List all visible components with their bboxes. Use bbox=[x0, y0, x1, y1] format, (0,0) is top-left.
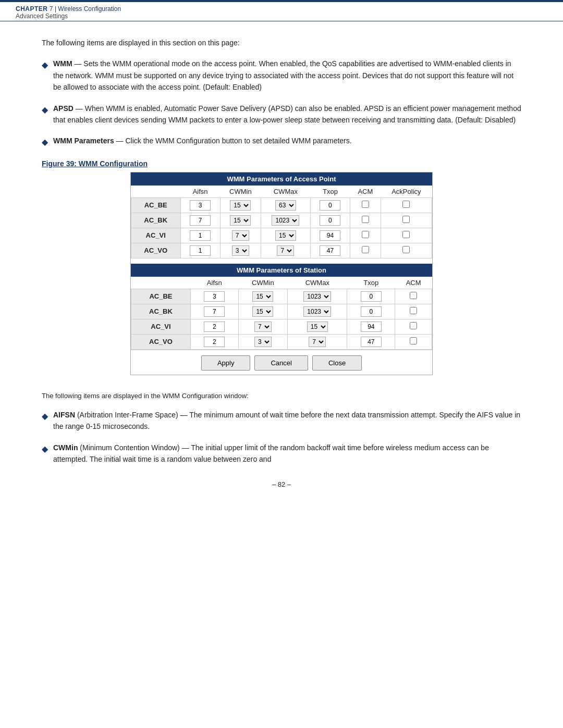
wmm-ap-acm-1[interactable] bbox=[350, 213, 381, 228]
wmm-ap-cwmin-select-3[interactable]: 31 bbox=[232, 245, 249, 256]
wmm-ap-txop-input-3[interactable] bbox=[320, 245, 340, 256]
wmm-ap-cwmin-2[interactable]: 731 bbox=[220, 228, 261, 243]
wmm-ap-cwmax-select-2[interactable]: 1573 bbox=[275, 230, 296, 241]
wmm-sta-acm-checkbox-1[interactable] bbox=[410, 307, 417, 314]
wmm-sta-acm-2[interactable] bbox=[395, 319, 432, 334]
wmm-sta-aifsn-2[interactable] bbox=[190, 319, 238, 334]
wmm-ap-aifsn-1[interactable] bbox=[180, 213, 220, 228]
apply-button[interactable]: Apply bbox=[201, 355, 251, 371]
wmm-ap-ackpolicy-0[interactable] bbox=[381, 198, 432, 213]
wmm-ap-acm-0[interactable] bbox=[350, 198, 381, 213]
wmm-sta-cwmin-2[interactable]: 731 bbox=[238, 319, 288, 334]
wmm-ap-ackpolicy-checkbox-0[interactable] bbox=[402, 201, 410, 208]
wmm-sta-txop-2[interactable] bbox=[347, 319, 395, 334]
wmm-ap-txop-0[interactable] bbox=[310, 198, 350, 213]
wmm-ap-cwmax-select-0[interactable]: 6331157 bbox=[275, 200, 296, 211]
wmm-ap-txop-input-0[interactable] bbox=[320, 200, 340, 211]
wmm-ap-cwmin-0[interactable]: 15731 bbox=[220, 198, 261, 213]
footer-aifsn-term: AIFSN bbox=[53, 411, 75, 419]
wmm-ap-txop-input-2[interactable] bbox=[320, 230, 340, 241]
wmm-sta-txop-1[interactable] bbox=[347, 304, 395, 319]
wmm-ap-acm-checkbox-2[interactable] bbox=[362, 231, 369, 238]
wmm-ap-row-ac-vi: AC_VI7311573 bbox=[131, 228, 432, 243]
wmm-sta-cwmax-0[interactable]: 1023511255127 bbox=[288, 289, 347, 304]
wmm-sta-cwmin-3[interactable]: 31 bbox=[238, 334, 288, 349]
wmm-ap-txop-input-1[interactable] bbox=[320, 215, 340, 226]
chapter-title: Wireless Configuration bbox=[58, 5, 121, 13]
wmm-sta-acm-3[interactable] bbox=[395, 334, 432, 349]
wmm-ap-ackpolicy-checkbox-2[interactable] bbox=[402, 231, 410, 238]
wmm-sta-aifsn-3[interactable] bbox=[190, 334, 238, 349]
footer-cwmin-text: CWMin (Minimum Contention Window) — The … bbox=[53, 442, 521, 465]
wmm-ap-aifsn-input-1[interactable] bbox=[190, 215, 211, 226]
wmm-sta-acm-checkbox-2[interactable] bbox=[410, 322, 417, 329]
wmm-ap-cwmax-select-1[interactable]: 1023511255127 bbox=[272, 215, 299, 226]
wmm-sta-txop-0[interactable] bbox=[347, 289, 395, 304]
wmm-ap-acm-3[interactable] bbox=[350, 243, 381, 258]
wmm-ap-cwmax-1[interactable]: 1023511255127 bbox=[261, 213, 311, 228]
wmm-ap-txop-2[interactable] bbox=[310, 228, 350, 243]
wmm-sta-aifsn-input-2[interactable] bbox=[204, 322, 225, 332]
wmm-sta-table: Aifsn CWMin CWMax Txop ACM AC_BE15731102… bbox=[131, 277, 432, 350]
bullet-wmmparams-dash: — bbox=[116, 137, 126, 145]
wmm-sta-aifsn-0[interactable] bbox=[190, 289, 238, 304]
wmm-ap-cwmin-select-1[interactable]: 15731 bbox=[230, 215, 251, 226]
wmm-sta-aifsn-input-3[interactable] bbox=[204, 337, 225, 347]
wmm-ap-aifsn-input-0[interactable] bbox=[190, 200, 211, 211]
wmm-sta-cwmax-3[interactable]: 731 bbox=[288, 334, 347, 349]
wmm-sta-txop-3[interactable] bbox=[347, 334, 395, 349]
wmm-sta-txop-input-1[interactable] bbox=[361, 306, 382, 317]
wmm-sta-cwmax-select-2[interactable]: 1573 bbox=[307, 322, 328, 332]
wmm-ap-aifsn-0[interactable] bbox=[180, 198, 220, 213]
wmm-sta-aifsn-input-1[interactable] bbox=[204, 306, 225, 317]
wmm-ap-aifsn-input-3[interactable] bbox=[190, 245, 211, 256]
wmm-ap-ackpolicy-checkbox-3[interactable] bbox=[402, 246, 410, 253]
wmm-sta-cwmax-select-1[interactable]: 1023511255127 bbox=[303, 306, 331, 317]
wmm-sta-aifsn-input-0[interactable] bbox=[204, 291, 225, 302]
wmm-ap-ackpolicy-2[interactable] bbox=[381, 228, 432, 243]
wmm-sta-txop-input-3[interactable] bbox=[361, 337, 382, 347]
cancel-button[interactable]: Cancel bbox=[254, 355, 308, 371]
wmm-ap-ackpolicy-checkbox-1[interactable] bbox=[402, 216, 410, 223]
wmm-ap-cwmax-2[interactable]: 1573 bbox=[261, 228, 311, 243]
wmm-sta-cwmin-select-1[interactable]: 15731 bbox=[252, 306, 273, 317]
wmm-sta-cwmin-select-0[interactable]: 15731 bbox=[252, 291, 273, 302]
wmm-sta-cwmax-select-3[interactable]: 731 bbox=[309, 337, 326, 347]
wmm-ap-aifsn-2[interactable] bbox=[180, 228, 220, 243]
close-button[interactable]: Close bbox=[312, 355, 362, 371]
wmm-sta-cwmax-2[interactable]: 1573 bbox=[288, 319, 347, 334]
wmm-sta-cwmin-1[interactable]: 15731 bbox=[238, 304, 288, 319]
wmm-sta-txop-input-0[interactable] bbox=[361, 291, 382, 302]
wmm-ap-cwmin-select-0[interactable]: 15731 bbox=[230, 200, 251, 211]
wmm-ap-label-0: AC_BE bbox=[131, 198, 181, 213]
wmm-sta-cwmin-0[interactable]: 15731 bbox=[238, 289, 288, 304]
wmm-ap-txop-1[interactable] bbox=[310, 213, 350, 228]
chapter-label: Chapter bbox=[16, 5, 48, 13]
wmm-ap-acm-checkbox-3[interactable] bbox=[362, 246, 369, 253]
wmm-ap-ackpolicy-1[interactable] bbox=[381, 213, 432, 228]
bullet-apsd-text: APSD — When WMM is enabled, Automatic Po… bbox=[53, 103, 521, 126]
wmm-ap-cwmin-1[interactable]: 15731 bbox=[220, 213, 261, 228]
wmm-ap-aifsn-input-2[interactable] bbox=[190, 230, 211, 241]
wmm-sta-acm-0[interactable] bbox=[395, 289, 432, 304]
wmm-ap-ackpolicy-3[interactable] bbox=[381, 243, 432, 258]
wmm-ap-cwmax-3[interactable]: 731 bbox=[261, 243, 311, 258]
wmm-ap-txop-3[interactable] bbox=[310, 243, 350, 258]
wmm-ap-aifsn-3[interactable] bbox=[180, 243, 220, 258]
wmm-ap-cwmax-select-3[interactable]: 731 bbox=[277, 245, 294, 256]
wmm-sta-acm-1[interactable] bbox=[395, 304, 432, 319]
wmm-ap-acm-2[interactable] bbox=[350, 228, 381, 243]
wmm-sta-cwmin-select-2[interactable]: 731 bbox=[254, 322, 272, 332]
wmm-sta-acm-checkbox-3[interactable] bbox=[410, 337, 417, 344]
wmm-ap-acm-checkbox-1[interactable] bbox=[362, 216, 369, 223]
wmm-sta-aifsn-1[interactable] bbox=[190, 304, 238, 319]
wmm-ap-cwmin-3[interactable]: 31 bbox=[220, 243, 261, 258]
wmm-sta-txop-input-2[interactable] bbox=[361, 322, 382, 332]
wmm-sta-cwmax-1[interactable]: 1023511255127 bbox=[288, 304, 347, 319]
wmm-sta-acm-checkbox-0[interactable] bbox=[410, 292, 417, 299]
wmm-sta-cwmax-select-0[interactable]: 1023511255127 bbox=[303, 291, 331, 302]
wmm-ap-cwmin-select-2[interactable]: 731 bbox=[232, 230, 249, 241]
wmm-sta-cwmin-select-3[interactable]: 31 bbox=[254, 337, 272, 347]
wmm-ap-acm-checkbox-0[interactable] bbox=[362, 201, 369, 208]
wmm-ap-cwmax-0[interactable]: 6331157 bbox=[261, 198, 311, 213]
